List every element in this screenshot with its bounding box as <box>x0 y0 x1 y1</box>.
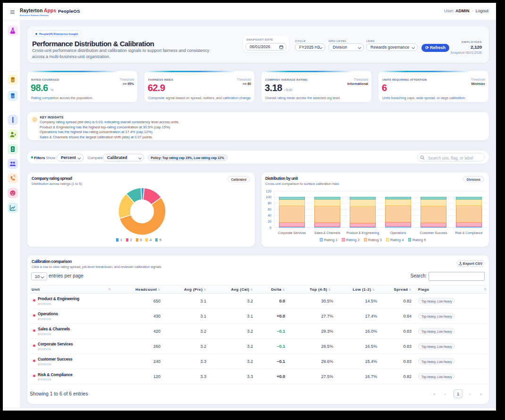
svg-text:0: 0 <box>269 226 271 229</box>
svg-text:100: 100 <box>266 195 271 199</box>
svg-text:Rating 2: Rating 2 <box>346 238 360 242</box>
svg-text:Operations: Operations <box>390 231 406 235</box>
svg-text:120: 120 <box>266 190 271 193</box>
svg-text:20: 20 <box>268 220 271 223</box>
svg-text:Risk & Compliance: Risk & Compliance <box>455 231 482 235</box>
svg-text:Corporate Services: Corporate Services <box>278 231 306 235</box>
svg-text:Rating 3: Rating 3 <box>368 238 382 242</box>
svg-text:Rating 4: Rating 4 <box>390 238 404 242</box>
svg-text:Product & Engineering: Product & Engineering <box>346 231 379 235</box>
svg-text:Rating 1: Rating 1 <box>324 238 338 242</box>
svg-text:40: 40 <box>268 214 271 217</box>
svg-text:60: 60 <box>268 208 271 211</box>
svg-text:Sales & Channels: Sales & Channels <box>314 231 340 235</box>
svg-text:Rating 5: Rating 5 <box>412 238 426 242</box>
svg-text:Customer Success: Customer Success <box>420 231 447 235</box>
svg-text:80: 80 <box>268 202 271 205</box>
